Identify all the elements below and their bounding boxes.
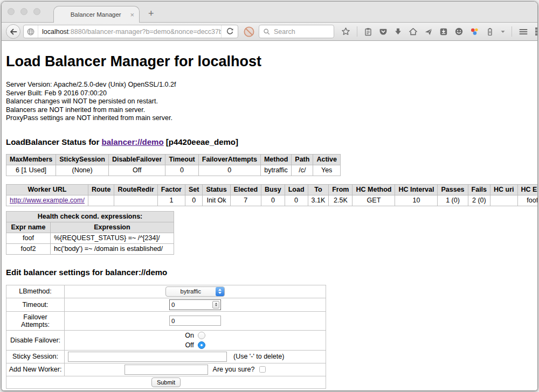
- hc-table-row: foof %{REQUEST_STATUS} =~ /^[234]/: [6, 233, 174, 243]
- number-spinner-icon[interactable]: [212, 301, 219, 309]
- radio-off-label: Off: [185, 341, 194, 349]
- lbmethod-label: LBmethod:: [6, 285, 65, 298]
- lbmethod-selected-value: bytraffic: [166, 288, 216, 295]
- sticky-session-note: (Use '-' to delete): [233, 353, 284, 360]
- failover-attempts-input[interactable]: [169, 316, 221, 326]
- worker-url-link[interactable]: http://www.example.com/: [10, 197, 85, 204]
- persist-note-line: Balancer changes will NOT be persisted o…: [6, 97, 533, 106]
- balancer-status-table: MaxMembers StickySession DisableFailover…: [6, 154, 341, 176]
- home-button[interactable]: [409, 27, 418, 36]
- minimize-window-button[interactable]: [20, 8, 27, 15]
- disable-failover-radios: On Off: [185, 332, 205, 349]
- url-path: :8880/balancer-manager?b=demo&nonce=decc…: [68, 28, 221, 36]
- timeout-field-wrap: [169, 299, 221, 310]
- select-stepper-icon: [216, 287, 224, 296]
- col-stickysession: StickySession: [56, 154, 109, 165]
- loadbalancer-status-heading: LoadBalancer Status for balancer://demo …: [6, 137, 533, 146]
- disable-failover-label: Disable Failover:: [6, 330, 65, 350]
- back-button[interactable]: [6, 24, 20, 39]
- are-you-sure-label: Are you sure?: [213, 366, 255, 373]
- add-worker-input[interactable]: [125, 365, 208, 375]
- timeout-label: Timeout:: [6, 298, 65, 311]
- col-disablefailover: DisableFailover: [108, 154, 165, 165]
- bookmark-star-button[interactable]: [341, 27, 350, 36]
- sticky-session-label: Sticky Session:: [6, 350, 65, 363]
- col-failoverattempts: FailoverAttempts: [198, 154, 260, 165]
- toolbar-divider: [357, 26, 357, 37]
- col-active: Active: [313, 154, 341, 165]
- balancer-demo-link[interactable]: balancer://demo: [102, 137, 164, 146]
- toolbar-divider: [512, 26, 512, 37]
- server-version-line: Server Version: Apache/2.5.0-dev (Unix) …: [6, 81, 533, 89]
- search-input[interactable]: [274, 28, 330, 36]
- sticky-session-row: Sticky Session: (Use '-' to delete): [6, 350, 326, 363]
- page-title: Load Balancer Manager for localhost: [6, 41, 533, 70]
- status-heading-prefix: LoadBalancer Status for: [6, 137, 102, 146]
- reading-list-button[interactable]: [364, 27, 372, 36]
- submit-row: Submit: [6, 376, 326, 388]
- tab-title: Balancer Manager: [61, 11, 130, 18]
- server-built-line: Server Built: Feb 9 2016 07:00:20: [6, 89, 533, 98]
- tab-close-icon[interactable]: ×: [130, 11, 134, 18]
- hc-table-title-row: Health check cond. expressions:: [6, 211, 174, 222]
- downloads-panel-button[interactable]: [439, 27, 448, 36]
- hc-table-row: foof2 hc('body') =~ /domain is establish…: [6, 243, 174, 254]
- title-bar: Balancer Manager × +: [2, 2, 537, 22]
- col-maxmembers: MaxMembers: [6, 154, 56, 165]
- smiley-icon: [454, 27, 464, 36]
- worker-table-row: http://www.example.com/ 1 0 Init Ok 7 0 …: [6, 195, 538, 206]
- overflow-caret-button[interactable]: [501, 30, 505, 33]
- search-bar[interactable]: [259, 25, 334, 38]
- are-you-sure-checkbox[interactable]: [259, 366, 266, 373]
- zoom-window-button[interactable]: [33, 8, 40, 15]
- disable-failover-row: Disable Failover: On Off: [6, 330, 326, 350]
- url-text[interactable]: localhost:8880/balancer-manager?b=demo&n…: [38, 28, 221, 36]
- home-icon: [409, 27, 418, 36]
- search-icon: [263, 28, 271, 36]
- sticky-session-input[interactable]: [68, 352, 227, 362]
- balancer-table-header-row: MaxMembers StickySession DisableFailover…: [6, 154, 341, 165]
- site-identity-globe-icon[interactable]: [24, 25, 38, 38]
- failover-attempts-label: Failover Attempts:: [6, 311, 65, 330]
- toolbar-icons: [341, 26, 538, 37]
- tab-groups-button[interactable]: [535, 27, 538, 36]
- col-path: Path: [292, 154, 313, 165]
- hamburger-menu-icon: [519, 27, 528, 36]
- radio-off[interactable]: [198, 341, 205, 349]
- worker-table-header-row: Worker URL Route RouteRedir Factor Set S…: [6, 184, 538, 195]
- submit-button[interactable]: Submit: [151, 377, 181, 387]
- lbmethod-select[interactable]: bytraffic: [165, 286, 225, 297]
- lbmethod-row: LBmethod: bytraffic: [6, 285, 326, 298]
- add-worker-label: Add New Worker:: [6, 363, 65, 376]
- caret-down-icon: [501, 30, 505, 33]
- content-blocker-button[interactable]: [243, 26, 255, 38]
- page-content: Load Balancer Manager for localhost Serv…: [2, 41, 537, 390]
- close-window-button[interactable]: [8, 8, 15, 15]
- browser-tab[interactable]: Balancer Manager ×: [53, 6, 140, 23]
- feedback-button[interactable]: [454, 27, 464, 36]
- worker-table: Worker URL Route RouteRedir Factor Set S…: [6, 184, 537, 206]
- health-check-table: Health check cond. expressions: Expr nam…: [6, 211, 174, 255]
- reload-button[interactable]: [221, 25, 238, 38]
- col-worker-url: Worker URL: [6, 184, 88, 195]
- col-method: Method: [260, 154, 291, 165]
- radio-on[interactable]: [198, 332, 205, 339]
- balancer-settings-form: LBmethod: bytraffic Timeout:: [6, 285, 326, 389]
- pocket-button[interactable]: [379, 27, 388, 36]
- colors-addon-button[interactable]: [470, 27, 479, 36]
- downloads-square-icon: [439, 27, 448, 36]
- failover-attempts-row: Failover Attempts:: [6, 311, 326, 330]
- pocket-icon: [379, 27, 388, 36]
- new-tab-button[interactable]: +: [148, 8, 154, 19]
- back-arrow-icon: [9, 27, 18, 36]
- url-bar[interactable]: localhost:8880/balancer-manager?b=demo&n…: [23, 25, 238, 38]
- menu-button[interactable]: [519, 27, 528, 36]
- add-worker-row: Add New Worker: Are you sure?: [6, 363, 326, 376]
- timeout-input[interactable]: [170, 302, 212, 308]
- download-button[interactable]: [394, 27, 402, 36]
- send-tab-button[interactable]: [424, 27, 433, 36]
- battery-addon-button[interactable]: [486, 27, 494, 36]
- balancer-table-row: 6 [1 Used] (None) Off 0 0 bytraffic /c/ …: [6, 165, 341, 176]
- col-timeout: Timeout: [165, 154, 198, 165]
- status-heading-suffix: [p4420eeae_demo]: [164, 137, 238, 146]
